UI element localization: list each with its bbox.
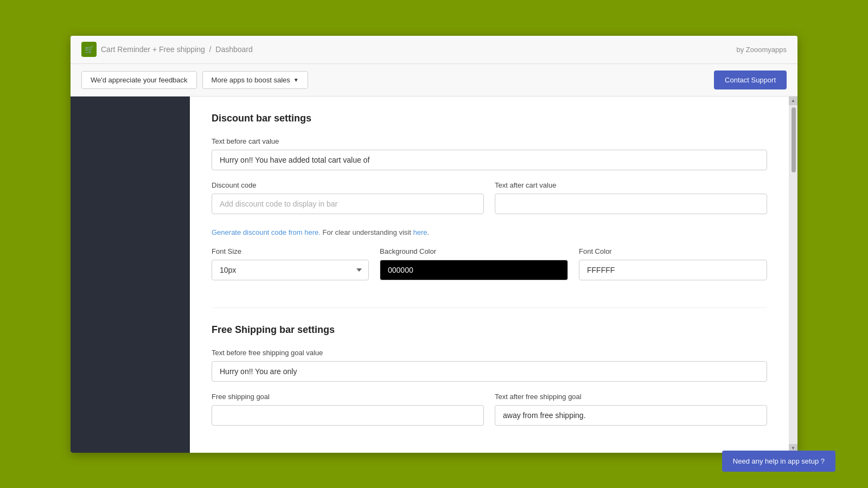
helper-text: Generate discount code from here. For cl… [212,228,767,236]
by-label: by Zooomyapps [737,46,787,54]
font-color-group: Font Color [579,247,767,280]
font-color-col: Font Color [579,247,767,291]
style-row: Font Size 10px 12px 14px 16px 18px 20px [212,247,767,291]
font-size-select[interactable]: 10px 12px 14px 16px 18px 20px [212,260,369,280]
bg-color-label: Background Color [380,247,568,255]
text-before-cart-label: Text before cart value [212,137,767,145]
main-content: Discount bar settings Text before cart v… [71,97,797,453]
section-divider [212,307,767,308]
discount-section: Discount bar settings Text before cart v… [212,113,767,291]
helper-middle: For clear understanding visit [321,228,413,236]
action-bar: We'd appreciate your feedback More apps … [71,64,797,97]
text-before-goal-label: Text before free shipping goal value [212,349,767,357]
discount-row: Discount code Text after cart value [212,181,767,225]
breadcrumb-page: Dashboard [215,45,253,54]
free-shipping-goal-input[interactable] [212,405,484,426]
discount-code-col: Discount code [212,181,484,225]
shipping-section: Free Shipping bar settings Text before f… [212,324,767,436]
help-button[interactable]: Need any help in app setup ? [722,451,835,472]
text-after-cart-group: Text after cart value [495,181,767,214]
text-before-goal-group: Text before free shipping goal value [212,349,767,382]
breadcrumb-separator: / [209,45,212,54]
free-shipping-goal-group: Free shipping goal [212,393,484,426]
text-before-cart-input[interactable] [212,150,767,170]
text-after-cart-input[interactable] [495,194,767,214]
scrollbar: ▲ ▼ [789,97,797,453]
free-shipping-goal-col: Free shipping goal [212,393,484,436]
top-bar: 🛒 Cart Reminder + Free shipping / Dashbo… [71,36,797,64]
scrollbar-thumb[interactable] [792,107,796,172]
generate-discount-link[interactable]: Generate discount code from here. [212,228,321,236]
text-after-cart-col: Text after cart value [495,181,767,225]
discount-code-group: Discount code [212,181,484,214]
discount-code-input[interactable] [212,194,484,214]
content-area: Discount bar settings Text before cart v… [190,97,789,453]
font-size-label: Font Size [212,247,369,255]
shipping-section-title: Free Shipping bar settings [212,324,767,336]
text-after-goal-group: Text after free shipping goal [495,393,767,426]
font-size-group: Font Size 10px 12px 14px 16px 18px 20px [212,247,369,280]
discount-code-label: Discount code [212,181,484,189]
bg-color-col: Background Color [380,247,568,291]
text-before-cart-group: Text before cart value [212,137,767,170]
scrollbar-up[interactable]: ▲ [789,97,797,105]
top-bar-left: 🛒 Cart Reminder + Free shipping / Dashbo… [81,42,253,57]
action-bar-left: We'd appreciate your feedback More apps … [81,71,308,89]
more-apps-button[interactable]: More apps to boost sales [202,71,308,89]
app-icon: 🛒 [81,42,97,57]
text-after-goal-label: Text after free shipping goal [495,393,767,401]
breadcrumb-app: Cart Reminder + Free shipping [101,45,205,54]
font-size-col: Font Size 10px 12px 14px 16px 18px 20px [212,247,369,291]
font-color-input[interactable] [579,260,767,280]
app-window: 🛒 Cart Reminder + Free shipping / Dashbo… [71,36,797,453]
clear-understanding-link[interactable]: here [413,228,427,236]
bg-color-input[interactable] [380,260,568,280]
text-after-goal-input[interactable] [495,405,767,426]
text-before-goal-input[interactable] [212,361,767,382]
helper-end: . [427,228,429,236]
free-shipping-goal-label: Free shipping goal [212,393,484,401]
feedback-button[interactable]: We'd appreciate your feedback [81,71,197,89]
bg-color-group: Background Color [380,247,568,280]
breadcrumb: Cart Reminder + Free shipping / Dashboar… [101,45,253,54]
text-after-cart-label: Text after cart value [495,181,767,189]
discount-section-title: Discount bar settings [212,113,767,124]
sidebar [71,97,190,453]
shipping-goal-row: Free shipping goal Text after free shipp… [212,393,767,436]
contact-support-button[interactable]: Contact Support [714,70,787,89]
text-after-goal-col: Text after free shipping goal [495,393,767,436]
font-color-label: Font Color [579,247,767,255]
